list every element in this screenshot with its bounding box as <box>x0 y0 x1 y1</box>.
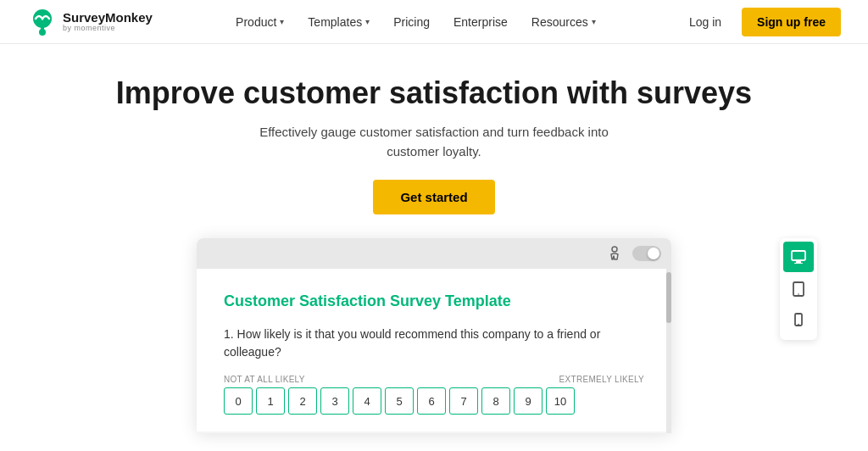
accessibility-icon <box>605 246 624 261</box>
desktop-view-icon[interactable] <box>783 242 814 272</box>
surveymonkey-logo-icon <box>27 7 58 37</box>
scale-number-btn[interactable]: 5 <box>385 387 414 415</box>
svg-point-10 <box>798 324 799 326</box>
chevron-down-icon: ▾ <box>592 17 596 26</box>
toolbar-controls <box>605 246 661 261</box>
logo-text: SurveyMonkey by momentive <box>63 11 153 32</box>
demo-toolbar <box>197 238 671 269</box>
svg-rect-4 <box>792 251 805 260</box>
scale-number-btn[interactable]: 8 <box>481 387 510 415</box>
svg-rect-5 <box>796 261 801 263</box>
svg-rect-2 <box>41 27 44 33</box>
logo[interactable]: SurveyMonkey by momentive <box>27 7 153 37</box>
scale-label-left: NOT AT ALL LIKELY <box>224 375 305 384</box>
hero-heading: Improve customer satisfaction with surve… <box>17 75 851 111</box>
scale-number-btn[interactable]: 7 <box>449 387 478 415</box>
chevron-down-icon: ▾ <box>365 17 370 26</box>
hero-subheading: Effectively gauge customer satisfaction … <box>256 123 612 161</box>
hero-section: Improve customer satisfaction with surve… <box>0 44 868 238</box>
svg-rect-6 <box>794 263 803 264</box>
scrollbar[interactable] <box>666 269 671 433</box>
scale-number-btn[interactable]: 4 <box>353 387 381 415</box>
demo-window: Customer Satisfaction Survey Template 1.… <box>197 238 671 433</box>
scale-number-btn[interactable]: 3 <box>320 387 349 415</box>
demo-section: Customer Satisfaction Survey Template 1.… <box>0 238 868 433</box>
survey-question: 1. How likely is it that you would recom… <box>224 326 644 361</box>
tablet-view-icon[interactable] <box>783 274 814 304</box>
navbar: SurveyMonkey by momentive Product ▾ Temp… <box>0 0 868 44</box>
scale-number-btn[interactable]: 10 <box>546 387 575 415</box>
nav-enterprise[interactable]: Enterprise <box>443 8 518 36</box>
scale-number-btn[interactable]: 9 <box>514 387 542 415</box>
scale-label-right: EXTREMELY LIKELY <box>559 375 644 384</box>
svg-point-3 <box>612 247 617 252</box>
nav-right: Log in Sign up free <box>679 8 841 36</box>
nav-templates[interactable]: Templates ▾ <box>298 8 380 36</box>
svg-point-8 <box>798 293 799 295</box>
chevron-down-icon: ▾ <box>280 17 284 26</box>
scale-number-btn[interactable]: 1 <box>256 387 285 415</box>
nav-resources[interactable]: Resources ▾ <box>521 8 606 36</box>
scale-number-btn[interactable]: 6 <box>417 387 446 415</box>
nav-links: Product ▾ Templates ▾ Pricing Enterprise… <box>225 8 606 36</box>
scale-buttons: 012345678910 <box>224 387 644 415</box>
nav-pricing[interactable]: Pricing <box>383 8 440 36</box>
scale-container: NOT AT ALL LIKELY EXTREMELY LIKELY 01234… <box>224 375 644 415</box>
mobile-view-icon[interactable] <box>783 306 814 337</box>
get-started-button[interactable]: Get started <box>373 180 494 214</box>
scrollbar-thumb <box>666 272 671 323</box>
side-icons <box>780 238 817 340</box>
scale-labels: NOT AT ALL LIKELY EXTREMELY LIKELY <box>224 375 644 384</box>
survey-title: Customer Satisfaction Survey Template <box>224 292 644 310</box>
scale-number-btn[interactable]: 2 <box>288 387 317 415</box>
demo-content: Customer Satisfaction Survey Template 1.… <box>197 269 671 432</box>
theme-toggle[interactable] <box>632 246 661 261</box>
sign-up-button[interactable]: Sign up free <box>742 8 841 36</box>
scale-number-btn[interactable]: 0 <box>224 387 253 415</box>
log-in-button[interactable]: Log in <box>679 8 732 36</box>
nav-product[interactable]: Product ▾ <box>225 8 294 36</box>
